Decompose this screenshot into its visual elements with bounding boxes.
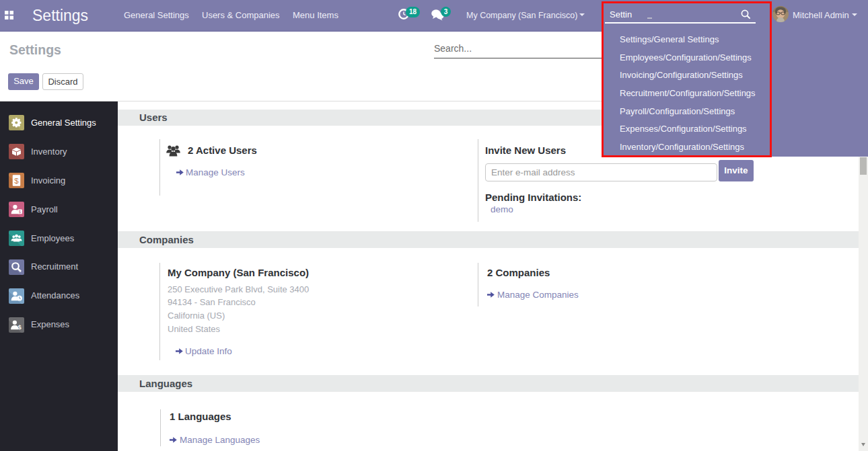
svg-text:$: $ — [18, 324, 22, 331]
svg-text:$: $ — [14, 177, 19, 185]
